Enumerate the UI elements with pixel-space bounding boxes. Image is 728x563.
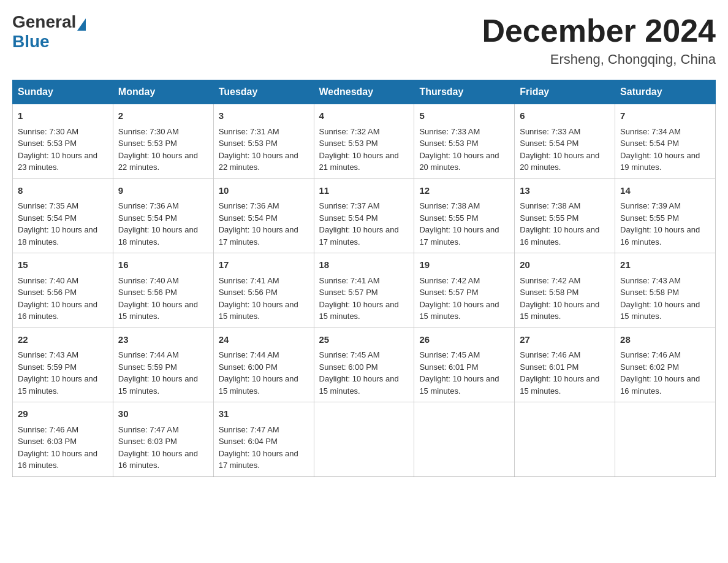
calendar-cell: 6Sunrise: 7:33 AMSunset: 5:54 PMDaylight… (515, 104, 615, 179)
day-number: 16 (118, 258, 208, 272)
day-number: 2 (118, 109, 208, 123)
day-number: 17 (219, 258, 309, 272)
logo-arrow-icon (77, 18, 86, 31)
calendar-cell: 29Sunrise: 7:46 AMSunset: 6:03 PMDayligh… (13, 402, 113, 477)
day-number: 5 (419, 109, 509, 123)
calendar-table: SundayMondayTuesdayWednesdayThursdayFrid… (12, 80, 716, 477)
calendar-cell: 19Sunrise: 7:42 AMSunset: 5:57 PMDayligh… (414, 253, 515, 328)
calendar-cell: 22Sunrise: 7:43 AMSunset: 5:59 PMDayligh… (13, 327, 113, 402)
calendar-week-row: 29Sunrise: 7:46 AMSunset: 6:03 PMDayligh… (13, 402, 716, 477)
calendar-header-sunday: Sunday (13, 80, 113, 104)
day-number: 12 (419, 184, 509, 198)
day-number: 19 (419, 258, 509, 272)
calendar-header-tuesday: Tuesday (213, 80, 314, 104)
calendar-cell: 26Sunrise: 7:45 AMSunset: 6:01 PMDayligh… (414, 327, 515, 402)
day-number: 14 (620, 184, 710, 198)
calendar-cell: 5Sunrise: 7:33 AMSunset: 5:53 PMDaylight… (414, 104, 515, 179)
calendar-cell: 16Sunrise: 7:40 AMSunset: 5:56 PMDayligh… (113, 253, 213, 328)
day-number: 9 (118, 184, 208, 198)
calendar-cell: 1Sunrise: 7:30 AMSunset: 5:53 PMDaylight… (13, 104, 113, 179)
calendar-cell: 25Sunrise: 7:45 AMSunset: 6:00 PMDayligh… (314, 327, 414, 402)
calendar-header-monday: Monday (113, 80, 213, 104)
day-number: 18 (319, 258, 409, 272)
day-number: 24 (219, 333, 309, 347)
month-year-title: December 2024 (482, 12, 716, 49)
day-number: 31 (219, 407, 309, 421)
calendar-cell: 15Sunrise: 7:40 AMSunset: 5:56 PMDayligh… (13, 253, 113, 328)
calendar-header-saturday: Saturday (615, 80, 716, 104)
calendar-cell: 23Sunrise: 7:44 AMSunset: 5:59 PMDayligh… (113, 327, 213, 402)
calendar-cell: 28Sunrise: 7:46 AMSunset: 6:02 PMDayligh… (615, 327, 716, 402)
day-number: 23 (118, 333, 208, 347)
calendar-header-wednesday: Wednesday (314, 80, 414, 104)
calendar-cell: 3Sunrise: 7:31 AMSunset: 5:53 PMDaylight… (213, 104, 314, 179)
calendar-cell: 30Sunrise: 7:47 AMSunset: 6:03 PMDayligh… (113, 402, 213, 477)
calendar-cell: 18Sunrise: 7:41 AMSunset: 5:57 PMDayligh… (314, 253, 414, 328)
calendar-header-friday: Friday (515, 80, 615, 104)
day-number: 13 (520, 184, 610, 198)
calendar-cell: 21Sunrise: 7:43 AMSunset: 5:58 PMDayligh… (615, 253, 716, 328)
calendar-cell: 2Sunrise: 7:30 AMSunset: 5:53 PMDaylight… (113, 104, 213, 179)
calendar-week-row: 22Sunrise: 7:43 AMSunset: 5:59 PMDayligh… (13, 327, 716, 402)
day-number: 30 (118, 407, 208, 421)
calendar-cell (414, 402, 515, 477)
calendar-header-row: SundayMondayTuesdayWednesdayThursdayFrid… (13, 80, 716, 104)
day-number: 27 (520, 333, 610, 347)
day-number: 15 (18, 258, 108, 272)
day-number: 1 (18, 109, 108, 123)
calendar-header-thursday: Thursday (414, 80, 515, 104)
calendar-week-row: 8Sunrise: 7:35 AMSunset: 5:54 PMDaylight… (13, 178, 716, 253)
day-number: 26 (419, 333, 509, 347)
logo-blue-text: Blue (12, 32, 50, 52)
day-number: 7 (620, 109, 710, 123)
logo-general-text: General (12, 12, 76, 32)
page-header: General Blue December 2024 Ersheng, Chon… (12, 12, 716, 67)
calendar-cell: 12Sunrise: 7:38 AMSunset: 5:55 PMDayligh… (414, 178, 515, 253)
day-number: 20 (520, 258, 610, 272)
calendar-cell (314, 402, 414, 477)
calendar-cell: 17Sunrise: 7:41 AMSunset: 5:56 PMDayligh… (213, 253, 314, 328)
calendar-cell: 24Sunrise: 7:44 AMSunset: 6:00 PMDayligh… (213, 327, 314, 402)
calendar-cell: 13Sunrise: 7:38 AMSunset: 5:55 PMDayligh… (515, 178, 615, 253)
day-number: 10 (219, 184, 309, 198)
calendar-cell (615, 402, 716, 477)
day-number: 4 (319, 109, 409, 123)
title-block: December 2024 Ersheng, Chongqing, China (482, 12, 716, 67)
calendar-cell: 7Sunrise: 7:34 AMSunset: 5:54 PMDaylight… (615, 104, 716, 179)
day-number: 22 (18, 333, 108, 347)
day-number: 28 (620, 333, 710, 347)
location-subtitle: Ersheng, Chongqing, China (482, 52, 716, 67)
day-number: 6 (520, 109, 610, 123)
calendar-cell: 8Sunrise: 7:35 AMSunset: 5:54 PMDaylight… (13, 178, 113, 253)
calendar-cell: 9Sunrise: 7:36 AMSunset: 5:54 PMDaylight… (113, 178, 213, 253)
logo: General Blue (12, 12, 87, 52)
calendar-cell: 20Sunrise: 7:42 AMSunset: 5:58 PMDayligh… (515, 253, 615, 328)
day-number: 29 (18, 407, 108, 421)
day-number: 21 (620, 258, 710, 272)
calendar-cell: 10Sunrise: 7:36 AMSunset: 5:54 PMDayligh… (213, 178, 314, 253)
calendar-cell: 31Sunrise: 7:47 AMSunset: 6:04 PMDayligh… (213, 402, 314, 477)
calendar-cell: 27Sunrise: 7:46 AMSunset: 6:01 PMDayligh… (515, 327, 615, 402)
calendar-week-row: 1Sunrise: 7:30 AMSunset: 5:53 PMDaylight… (13, 104, 716, 179)
calendar-cell: 14Sunrise: 7:39 AMSunset: 5:55 PMDayligh… (615, 178, 716, 253)
day-number: 3 (219, 109, 309, 123)
calendar-week-row: 15Sunrise: 7:40 AMSunset: 5:56 PMDayligh… (13, 253, 716, 328)
day-number: 8 (18, 184, 108, 198)
calendar-cell: 11Sunrise: 7:37 AMSunset: 5:54 PMDayligh… (314, 178, 414, 253)
calendar-cell: 4Sunrise: 7:32 AMSunset: 5:53 PMDaylight… (314, 104, 414, 179)
day-number: 25 (319, 333, 409, 347)
calendar-cell (515, 402, 615, 477)
day-number: 11 (319, 184, 409, 198)
